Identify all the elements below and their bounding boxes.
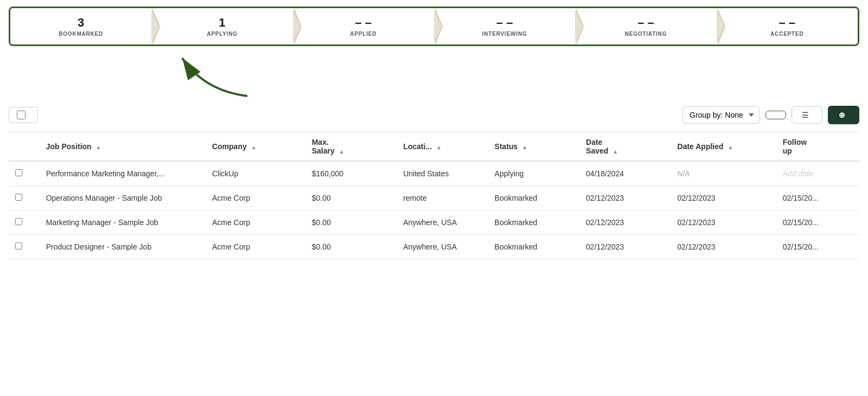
table-row: Operations Manager - Sample Job Acme Cor… (9, 186, 859, 210)
sort-arrow-applied: ▲ (727, 144, 733, 150)
sort-arrow-salary: ▲ (339, 149, 344, 155)
col-header-applied[interactable]: Date Applied ▲ (671, 132, 776, 162)
row-checkbox-3[interactable] (15, 242, 22, 250)
sort-arrow-location: ▲ (436, 144, 442, 150)
row-company-3: Acme Corp (206, 235, 305, 259)
annotation-arrow (171, 53, 258, 99)
select-all-checkbox[interactable] (17, 111, 25, 119)
row-applied-2: 02/12/2023 (671, 210, 776, 235)
row-salary-3: $0.00 (305, 235, 397, 259)
pipeline-stage-negotiating[interactable]: – – NEGOTIATING (575, 8, 716, 44)
table-row: Product Designer - Sample Job Acme Corp … (9, 235, 859, 259)
pipeline-stage-count-applied: – – (355, 16, 372, 30)
col-header-salary[interactable]: Max.Salary ▲ (305, 132, 397, 162)
pipeline-header: 3 BOOKMARKED 1 APPLYING – – APPLIED – – … (9, 7, 859, 46)
row-followup-3: 02/15/20... (776, 235, 859, 259)
col-header-checkbox (9, 132, 40, 162)
col-header-followup[interactable]: Followup (776, 132, 859, 162)
table-row: Performance Marketing Manager,... ClickU… (9, 161, 859, 186)
row-status-1: Bookmarked (488, 186, 579, 210)
table-row: Marketing Manager - Sample Job Acme Corp… (9, 210, 859, 235)
row-location-2: Anywhere, USA (397, 210, 488, 235)
row-applied-1: 02/12/2023 (671, 186, 776, 210)
row-checkbox-2[interactable] (15, 218, 22, 225)
row-saved-1: 02/12/2023 (579, 186, 671, 210)
pipeline-stage-label-interviewing: INTERVIEWING (482, 31, 527, 37)
row-saved-0: 04/18/2024 (579, 161, 671, 186)
pipeline-stage-count-bookmarked: 3 (78, 16, 84, 30)
add-icon: ⊕ (839, 111, 845, 119)
row-salary-1: $0.00 (305, 186, 397, 210)
col-header-position[interactable]: Job Position ▲ (40, 132, 206, 162)
row-checkbox-cell-3 (9, 235, 40, 259)
pipeline-stage-applied[interactable]: – – APPLIED (293, 8, 434, 44)
pipeline-stage-applying[interactable]: 1 APPLYING (151, 8, 292, 44)
pipeline-stage-label-negotiating: NEGOTIATING (625, 31, 667, 37)
row-checkbox-1[interactable] (15, 194, 22, 201)
row-checkbox-cell-1 (9, 186, 40, 210)
toolbar: Group by: None ☰ ⊕ (0, 101, 868, 132)
row-checkbox-0[interactable] (15, 169, 22, 176)
row-position-1[interactable]: Operations Manager - Sample Job (40, 186, 206, 210)
row-checkbox-cell-2 (9, 210, 40, 235)
pipeline-stage-bookmarked[interactable]: 3 BOOKMARKED (10, 8, 151, 44)
group-by-select[interactable]: Group by: None (682, 106, 760, 124)
row-checkbox-cell-0 (9, 161, 40, 186)
row-status-0: Applying (488, 161, 579, 186)
pipeline-stage-label-applying: APPLYING (207, 31, 238, 37)
pipeline-stage-count-applying: 1 (219, 16, 225, 30)
pipeline-stage-count-negotiating: – – (637, 16, 654, 30)
row-status-2: Bookmarked (488, 210, 579, 235)
jobs-table: Job Position ▲ Company ▲ Max.Salary ▲ Lo… (9, 132, 859, 259)
annotation-area (9, 53, 859, 101)
col-header-company[interactable]: Company ▲ (206, 132, 305, 162)
pipeline-stage-label-applied: APPLIED (350, 31, 376, 37)
row-position-3[interactable]: Product Designer - Sample Job (40, 235, 206, 259)
row-position-0[interactable]: Performance Marketing Manager,... (40, 161, 206, 186)
row-saved-2: 02/12/2023 (579, 210, 671, 235)
sort-arrow-position: ▲ (96, 144, 101, 150)
row-company-0: ClickUp (206, 161, 305, 186)
row-company-1: Acme Corp (206, 186, 305, 210)
row-followup-0[interactable]: Add date (776, 161, 859, 186)
row-company-2: Acme Corp (206, 210, 305, 235)
menu-icon: ☰ (802, 111, 809, 119)
row-salary-0: $160,000 (305, 161, 397, 186)
row-applied-3: 02/12/2023 (671, 235, 776, 259)
row-followup-2: 02/15/20... (776, 210, 859, 235)
pipeline-stage-interviewing[interactable]: – – INTERVIEWING (434, 8, 575, 44)
add-job-button[interactable]: ⊕ (828, 106, 859, 124)
sort-arrow-saved: ▲ (612, 149, 618, 155)
row-location-3: Anywhere, USA (397, 235, 488, 259)
row-position-2[interactable]: Marketing Manager - Sample Job (40, 210, 206, 235)
select-all-checkbox-container[interactable] (9, 107, 38, 123)
menu-button[interactable]: ☰ (792, 106, 822, 124)
sort-arrow-company: ▲ (251, 144, 257, 150)
pipeline-stage-count-accepted: – – (779, 16, 796, 30)
pipeline-stage-label-accepted: ACCEPTED (770, 31, 803, 37)
pipeline-stage-count-interviewing: – – (496, 16, 513, 30)
table-header-row: Job Position ▲ Company ▲ Max.Salary ▲ Lo… (9, 132, 859, 162)
pipeline-stage-accepted[interactable]: – – ACCEPTED (717, 8, 858, 44)
col-header-status[interactable]: Status ▲ (488, 132, 579, 162)
columns-button[interactable] (765, 111, 786, 119)
row-applied-0: N/A (671, 161, 776, 186)
col-header-location[interactable]: Locati... ▲ (397, 132, 488, 162)
row-status-3: Bookmarked (488, 235, 579, 259)
jobs-table-container: Job Position ▲ Company ▲ Max.Salary ▲ Lo… (9, 132, 859, 259)
col-header-saved[interactable]: DateSaved ▲ (579, 132, 671, 162)
row-location-1: remote (397, 186, 488, 210)
row-saved-3: 02/12/2023 (579, 235, 671, 259)
pipeline-stage-label-bookmarked: BOOKMARKED (59, 31, 103, 37)
row-followup-1: 02/15/20... (776, 186, 859, 210)
sort-arrow-status: ▲ (522, 144, 527, 150)
row-salary-2: $0.00 (305, 210, 397, 235)
row-location-0: United States (397, 161, 488, 186)
